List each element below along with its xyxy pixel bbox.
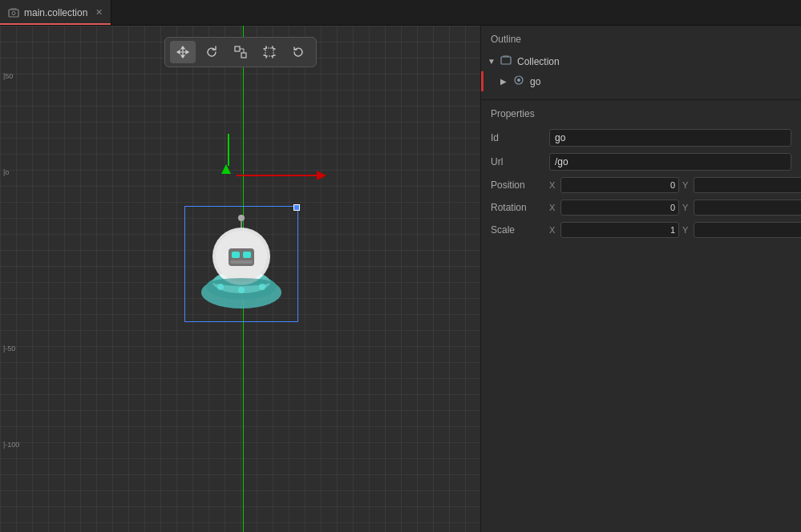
scale-y-input[interactable] (694, 222, 801, 238)
position-x-input[interactable] (560, 177, 679, 193)
outline-title: Outline (491, 34, 521, 45)
rotate-tool-button[interactable] (199, 41, 225, 63)
rotation-x-input[interactable] (560, 200, 679, 216)
scale-x-input[interactable] (560, 222, 679, 238)
bounds-tool-button[interactable] (257, 41, 282, 63)
resize-handle[interactable] (293, 204, 300, 211)
move-icon (176, 45, 190, 59)
toolbar (164, 37, 317, 67)
position-y-label: Y (682, 180, 692, 190)
tab-close-button[interactable]: ✕ (95, 7, 103, 18)
tab-bar: main.collection ✕ (0, 0, 801, 26)
id-row: Id (491, 129, 791, 147)
rotation-xyz: X Y Z (549, 200, 801, 216)
scale-label: Scale (491, 224, 543, 236)
tree-item-go[interactable]: ▶ go (481, 71, 801, 91)
position-y-group: Y (682, 177, 801, 193)
scale-tool-button[interactable] (228, 41, 253, 63)
tree-item-collection[interactable]: ▼ Collection (481, 51, 801, 71)
properties-title: Properties (491, 108, 535, 119)
right-panel: Outline ▼ Collection ▶ (480, 26, 801, 532)
main-collection-tab[interactable]: main.collection ✕ (0, 0, 111, 25)
position-y-input[interactable] (694, 177, 801, 193)
scale-xyz: X Y Z (549, 222, 801, 238)
scale-x-label: X (549, 225, 559, 235)
scale-x-group: X (549, 222, 679, 238)
position-x-group: X (549, 177, 679, 193)
svg-rect-22 (501, 57, 511, 64)
scale-row: Scale X Y Z (491, 222, 791, 238)
reset-icon (291, 45, 305, 59)
collection-tab-icon (8, 7, 19, 18)
url-label: Url (491, 156, 543, 167)
canvas-area[interactable]: |50 |o |-50 |-100 |-150 (0, 26, 480, 532)
svg-rect-0 (9, 10, 18, 17)
bounds-icon (262, 45, 277, 59)
reset-tool-button[interactable] (285, 41, 311, 63)
rotation-y-group: Y (682, 200, 801, 216)
rotation-row: Rotation X Y Z (491, 200, 791, 216)
rotation-x-group: X (549, 200, 679, 216)
outline-section: Outline ▼ Collection ▶ (481, 26, 801, 100)
svg-rect-3 (241, 53, 246, 58)
position-label: Position (491, 179, 543, 191)
id-label: Id (491, 132, 543, 143)
rotation-x-label: X (549, 203, 559, 212)
ruler-label-0: |o (3, 168, 9, 176)
main-area: |50 |o |-50 |-100 |-150 (0, 26, 801, 532)
scale-y-label: Y (682, 225, 692, 235)
ruler-label-neg100: |-100 (3, 441, 19, 449)
svg-point-1 (12, 11, 15, 14)
move-tool-button[interactable] (170, 41, 196, 63)
rotation-y-label: Y (682, 203, 692, 212)
go-icon (513, 75, 524, 88)
outline-tree: ▼ Collection ▶ (481, 51, 801, 91)
properties-header: Properties (491, 108, 791, 119)
svg-point-24 (517, 79, 520, 82)
collection-label: Collection (517, 56, 560, 67)
url-row: Url (491, 153, 791, 171)
ruler-label-50: |50 (3, 72, 13, 80)
scale-icon (233, 45, 248, 59)
position-x-label: X (549, 180, 559, 190)
ruler-label-neg50: |-50 (3, 345, 15, 353)
svg-rect-6 (265, 48, 273, 56)
tab-label: main.collection (24, 7, 87, 18)
id-input[interactable] (549, 129, 791, 147)
position-xyz: X Y Z (549, 177, 801, 193)
rotation-label: Rotation (491, 202, 543, 213)
rotate-icon (204, 45, 219, 59)
url-input[interactable] (549, 153, 791, 171)
go-label: go (530, 76, 540, 87)
outline-header: Outline (481, 34, 801, 51)
chevron-down-icon: ▼ (487, 57, 497, 66)
collection-icon (500, 54, 512, 68)
position-row: Position X Y Z (491, 177, 791, 193)
rotation-y-input[interactable] (694, 200, 801, 216)
selected-object-box (184, 206, 298, 322)
svg-rect-2 (235, 46, 240, 51)
chevron-right-icon: ▶ (500, 77, 510, 86)
properties-section: Properties Id Url Position X (481, 100, 801, 532)
scale-y-group: Y (682, 222, 801, 238)
